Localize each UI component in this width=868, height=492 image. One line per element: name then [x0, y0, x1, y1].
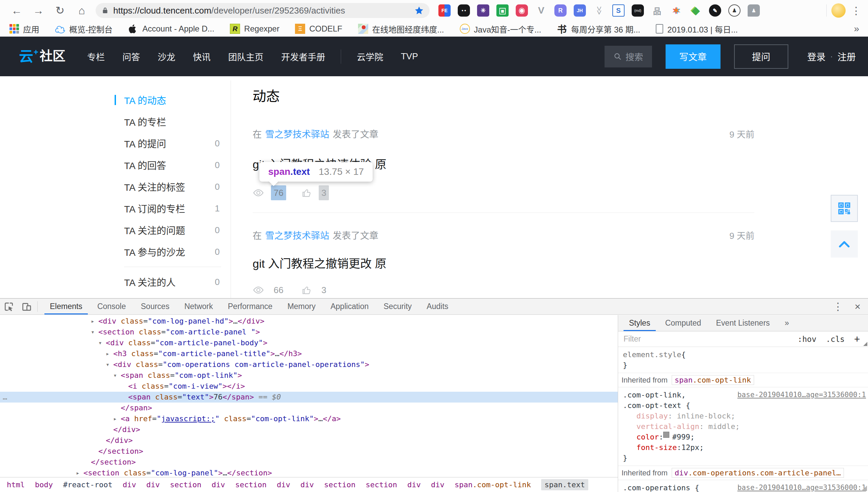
- dom-tree-row[interactable]: <i class="com-i-view"></i>: [0, 381, 618, 392]
- style-rule-line[interactable]: display: inline-block;: [623, 411, 868, 421]
- bookmark-daily-doc[interactable]: 2019.01.03 | 每日...: [656, 23, 738, 35]
- bookmark-weekly-share[interactable]: 书每周分享第 36 期...: [557, 23, 640, 35]
- activity-article-title[interactable]: git 入门教程之撤销更改 原: [253, 256, 754, 271]
- qr-code-button[interactable]: [831, 195, 858, 222]
- devtools-tab-security[interactable]: Security: [376, 299, 419, 314]
- dom-tree-row[interactable]: ▾<section class="com-article-panel ">: [0, 327, 618, 337]
- juejin-extension-icon[interactable]: ◉: [516, 4, 528, 17]
- devtools-menu-icon[interactable]: ⋮: [833, 301, 843, 312]
- breadcrumb-item[interactable]: span.text: [541, 479, 588, 490]
- disclosure-collapsed-icon[interactable]: ▸: [113, 413, 117, 424]
- back-button[interactable]: ←: [10, 4, 23, 17]
- bookmarks-overflow-icon[interactable]: »: [854, 23, 859, 34]
- dom-tree-row[interactable]: </div>: [0, 435, 618, 446]
- search-input[interactable]: 搜索: [605, 46, 652, 67]
- breadcrumb-item[interactable]: body: [35, 480, 53, 489]
- url-text[interactable]: https://cloud.tencent.com/developer/user…: [113, 5, 345, 16]
- inherited-from-selector[interactable]: div.com-operations.com-article-panel…: [672, 468, 844, 478]
- site-nav-item-5[interactable]: 团队主页: [228, 50, 263, 63]
- devtools-tab-elements[interactable]: Elements: [42, 299, 90, 314]
- site-nav-item-3[interactable]: 沙龙: [158, 50, 175, 63]
- bookmark-apple-account[interactable]: Account - Apple D...: [128, 24, 214, 34]
- stylesheet-source-link[interactable]: base-2019041010…age=31536000:1: [737, 390, 866, 400]
- resize-corner-handle[interactable]: [862, 486, 867, 491]
- style-rule-line[interactable]: .com-opt-link,base-2019041010…age=315360…: [623, 390, 868, 400]
- bookmark-codelf[interactable]: ΞCODELF: [295, 24, 342, 34]
- disclosure-expanded-icon[interactable]: ▾: [91, 327, 95, 337]
- breadcrumb-item[interactable]: span.com-opt-link: [455, 480, 531, 489]
- register-link[interactable]: 注册: [837, 50, 856, 63]
- dom-tree-row[interactable]: ▾<span class="com-opt-link">: [0, 370, 618, 381]
- bookmark-map-lnglat[interactable]: 在线地图经度纬度...: [358, 23, 444, 35]
- disclosure-expanded-icon[interactable]: ▾: [98, 337, 102, 348]
- disclosure-collapsed-icon[interactable]: ▸: [91, 316, 95, 327]
- address-bar[interactable]: https://cloud.tencent.com/developer/user…: [96, 3, 430, 18]
- device-toolbar-icon[interactable]: [18, 299, 35, 314]
- disclosure-collapsed-icon[interactable]: ▸: [76, 468, 80, 477]
- markdown-extension-icon[interactable]: (md): [632, 4, 644, 17]
- site-logo[interactable]: 云 + 社区: [19, 49, 65, 64]
- dom-tree-row[interactable]: …<span class="text">76</span> == $0: [0, 392, 618, 403]
- jh-extension-icon[interactable]: JH: [574, 4, 586, 17]
- style-rule-line[interactable]: .com-operations {base-2019041010…age=315…: [623, 483, 868, 492]
- disclosure-expanded-icon[interactable]: ▾: [113, 370, 117, 381]
- devtools-tab-console[interactable]: Console: [90, 299, 133, 314]
- dom-tree-row[interactable]: </section>: [0, 446, 618, 457]
- site-nav-secondary-item-1[interactable]: 云学院: [357, 50, 383, 63]
- style-rule-line[interactable]: font-size: 12px;: [623, 442, 868, 453]
- styles-tab-computed[interactable]: Computed: [658, 315, 709, 331]
- dom-tree-row[interactable]: ▾<div class="com-operations com-article-…: [0, 359, 618, 370]
- back-to-top-button[interactable]: [831, 230, 858, 258]
- panda-eyes-extension-icon[interactable]: ● ●: [458, 4, 470, 17]
- bookmark-star-icon[interactable]: [414, 5, 424, 16]
- breadcrumb-item[interactable]: section: [324, 480, 356, 489]
- inspect-element-icon[interactable]: [0, 299, 18, 314]
- devtools-tab-application[interactable]: Application: [323, 299, 376, 314]
- write-article-button[interactable]: 写文章: [666, 44, 721, 69]
- site-nav-item-4[interactable]: 快讯: [193, 50, 211, 63]
- style-rule-line[interactable]: color: #999;: [623, 432, 868, 442]
- breadcrumb-item[interactable]: section: [170, 480, 201, 489]
- devtools-tab-performance[interactable]: Performance: [220, 299, 280, 314]
- breadcrumb-item[interactable]: section: [366, 480, 397, 489]
- home-button[interactable]: ⌂: [75, 4, 88, 17]
- devtools-tab-network[interactable]: Network: [177, 299, 220, 314]
- devtools-tab-audits[interactable]: Audits: [419, 299, 456, 314]
- browser-menu-icon[interactable]: ⋮: [851, 5, 861, 17]
- login-link[interactable]: 登录: [807, 50, 826, 63]
- breadcrumb-item[interactable]: #react-root: [63, 480, 113, 489]
- sidebar-item[interactable]: TA 的动态: [115, 89, 221, 111]
- sidebar-item[interactable]: TA 关注的标签0: [115, 176, 221, 198]
- sidebar-item[interactable]: TA 的回答0: [115, 154, 221, 176]
- site-nav-item-2[interactable]: 问答: [122, 50, 140, 63]
- devtools-close-icon[interactable]: ×: [854, 301, 861, 312]
- activity-org-link[interactable]: 雪之梦技术驿站: [265, 229, 329, 243]
- activity-org-link[interactable]: 雪之梦技术驿站: [265, 128, 329, 141]
- vue-devtools-extension-icon[interactable]: V: [535, 4, 547, 17]
- breadcrumb-item[interactable]: div: [123, 480, 136, 489]
- devtools-tab-sources[interactable]: Sources: [133, 299, 177, 314]
- style-rule-line[interactable]: vertical-align: middle;: [623, 421, 868, 432]
- fe-toolbox-extension-icon[interactable]: FE: [438, 4, 451, 17]
- style-rule-line[interactable]: .com-opt-text {: [623, 400, 868, 411]
- ask-question-button[interactable]: 提问: [734, 44, 788, 69]
- devtools-tab-memory[interactable]: Memory: [280, 299, 323, 314]
- stylesheet-source-link[interactable]: base-2019041010…age=31536000:1: [737, 483, 866, 492]
- hand-pen-extension-icon[interactable]: ✎: [709, 4, 721, 17]
- github-extension-icon[interactable]: ♟: [728, 4, 741, 17]
- new-style-rule-button[interactable]: +: [854, 333, 860, 345]
- sidebar-item[interactable]: TA 的专栏: [115, 111, 221, 132]
- dom-tree-row[interactable]: </section>: [0, 457, 618, 468]
- bookmark-regexper[interactable]: RRegexper: [230, 24, 279, 34]
- github-bubble-extension-icon[interactable]: ♟: [748, 4, 760, 17]
- disclosure-expanded-icon[interactable]: ▾: [106, 359, 110, 370]
- breadcrumb-item[interactable]: div: [300, 480, 314, 489]
- style-rule-line[interactable]: element.style {: [623, 349, 868, 360]
- bookmark-java-zhiyin[interactable]: JavaJava知音-一个专...: [460, 23, 541, 35]
- dom-tree-row[interactable]: ▸<h3 class="com-article-panel-title">…</…: [0, 348, 618, 359]
- disclosure-collapsed-icon[interactable]: ▸: [106, 348, 110, 359]
- styles-tab-event-listeners[interactable]: Event Listeners: [709, 315, 777, 331]
- sitemap-extension-icon[interactable]: 品: [651, 4, 663, 17]
- breadcrumb-item[interactable]: div: [431, 480, 445, 489]
- dom-tree-row[interactable]: ▸<div class="com-log-panel-hd">…</div>: [0, 316, 618, 327]
